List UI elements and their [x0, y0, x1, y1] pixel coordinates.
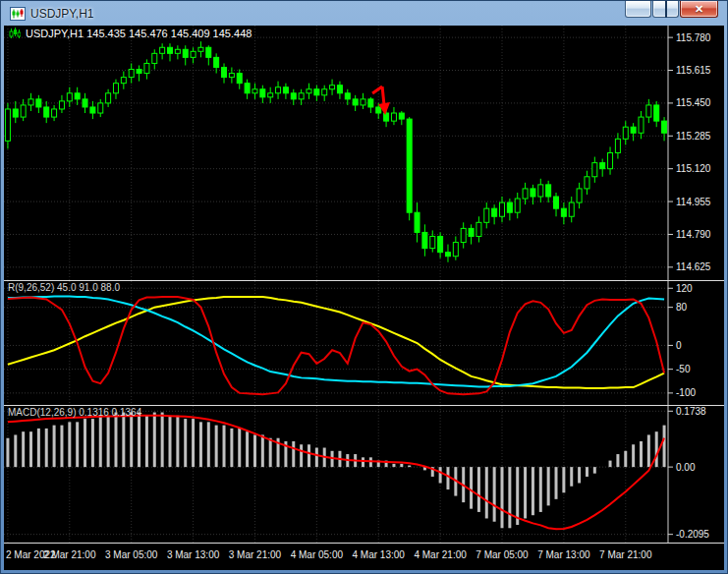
- svg-text:0: 0: [676, 340, 682, 351]
- macd-signal-line: [8, 416, 664, 529]
- close-icon: ✕: [681, 2, 717, 17]
- value-axis: 115.780115.615115.450115.285115.120114.9…: [668, 26, 711, 280]
- grid: [4, 26, 668, 280]
- oscillator-panel: 120800-50-100 R(9,26,52) 45.0 91.0 88.0: [4, 281, 724, 405]
- svg-text:3 Mar 13:00: 3 Mar 13:00: [167, 549, 220, 560]
- svg-text:114.790: 114.790: [676, 229, 711, 240]
- svg-text:120: 120: [676, 283, 693, 294]
- svg-text:4 Mar 05:00: 4 Mar 05:00: [291, 549, 344, 560]
- window-icon[interactable]: [10, 6, 26, 22]
- svg-text:4 Mar 13:00: 4 Mar 13:00: [353, 549, 406, 560]
- grid: [4, 281, 668, 405]
- close-button[interactable]: ✕: [680, 1, 718, 18]
- chart-window: USDJPY,H1 ✕ 115.780115.615115.450115.285…: [0, 0, 728, 574]
- svg-text:0.00: 0.00: [676, 462, 696, 473]
- time-axis: 2 Mar 20222 Mar 21:003 Mar 05:003 Mar 13…: [4, 544, 724, 570]
- svg-text:3 Mar 21:00: 3 Mar 21:00: [229, 549, 282, 560]
- chart-client: 115.780115.615115.450115.285115.120114.9…: [4, 26, 724, 570]
- svg-text:4 Mar 21:00: 4 Mar 21:00: [414, 549, 467, 560]
- minimize-button[interactable]: [625, 1, 651, 18]
- macd-histogram: [8, 413, 664, 529]
- titlebar[interactable]: USDJPY,H1 ✕: [4, 1, 724, 26]
- macd-panel: 0.17380.00-0.2095 MACD(12,26,9) 0.1316 0…: [4, 406, 724, 543]
- window-controls: ✕: [625, 1, 718, 18]
- svg-text:115.285: 115.285: [676, 131, 711, 142]
- svg-text:-100: -100: [676, 387, 696, 398]
- value-axis: 120800-50-100: [668, 281, 696, 405]
- price-chart[interactable]: 115.780115.615115.450115.285115.120114.9…: [4, 26, 724, 280]
- osc-line-aqua: [8, 297, 664, 387]
- oscillator-chart[interactable]: 120800-50-100: [4, 281, 724, 405]
- restore-button[interactable]: [652, 1, 679, 18]
- svg-text:115.780: 115.780: [676, 32, 711, 43]
- svg-text:-50: -50: [676, 364, 691, 374]
- svg-text:115.450: 115.450: [676, 97, 711, 108]
- time-axis-chart[interactable]: 2 Mar 20222 Mar 21:003 Mar 05:003 Mar 13…: [4, 544, 724, 570]
- svg-text:7 Mar 13:00: 7 Mar 13:00: [537, 549, 590, 560]
- svg-text:3 Mar 05:00: 3 Mar 05:00: [105, 549, 158, 560]
- svg-text:115.615: 115.615: [676, 65, 711, 76]
- svg-text:7 Mar 05:00: 7 Mar 05:00: [476, 549, 529, 560]
- svg-text:114.625: 114.625: [676, 261, 711, 272]
- svg-text:115.120: 115.120: [676, 163, 711, 174]
- value-axis: 0.17380.00-0.2095: [668, 406, 709, 543]
- candles: [5, 41, 666, 262]
- svg-text:80: 80: [676, 302, 688, 313]
- price-panel: 115.780115.615115.450115.285115.120114.9…: [4, 26, 724, 280]
- svg-text:-0.2095: -0.2095: [676, 529, 709, 540]
- time-labels: 2 Mar 20222 Mar 21:003 Mar 05:003 Mar 13…: [6, 549, 652, 560]
- window-title: USDJPY,H1: [30, 7, 93, 21]
- macd-chart[interactable]: 0.17380.00-0.2095: [4, 406, 724, 543]
- svg-text:2 Mar 21:00: 2 Mar 21:00: [43, 549, 96, 560]
- restore-icon: [665, 1, 667, 18]
- svg-text:0.1738: 0.1738: [676, 406, 706, 417]
- grid: [4, 406, 668, 543]
- svg-text:7 Mar 21:00: 7 Mar 21:00: [599, 549, 652, 560]
- svg-text:114.955: 114.955: [676, 197, 711, 207]
